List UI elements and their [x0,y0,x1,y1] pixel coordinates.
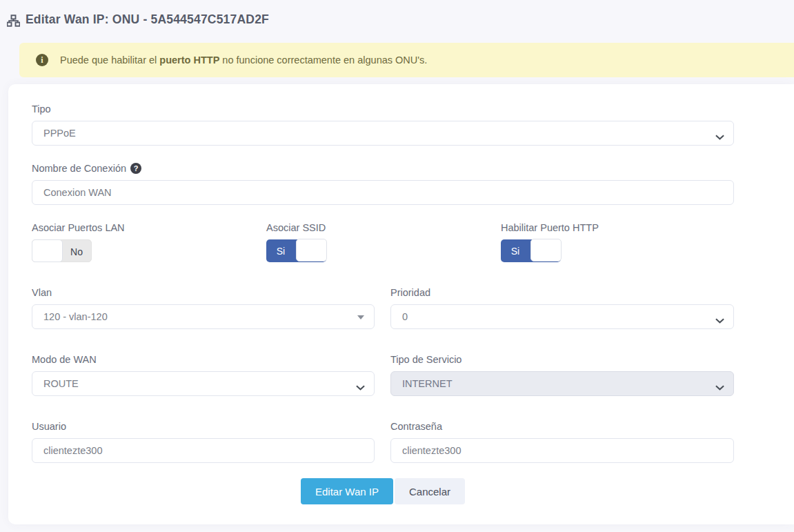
credentials-row: Usuario Contraseña [32,421,734,463]
asociar-ssid-toggle[interactable]: Si [266,239,326,262]
cancelar-button[interactable]: Cancelar [395,478,465,504]
toggle-knob [530,239,562,262]
habilitar-puerto-http-label: Habilitar Puerto HTTP [501,222,734,233]
modo-servicio-row: Modo de WAN ROUTE Tipo de Servicio INTER… [32,354,734,396]
modo-wan-select[interactable]: ROUTE [32,371,375,396]
field-modo-wan: Modo de WAN ROUTE [32,354,375,396]
edit-wan-form-card: Tipo PPPoE Nombre de Conexión ? Asociar … [8,84,794,524]
prioridad-select[interactable]: 0 [390,304,734,329]
asociar-ssid-label: Asociar SSID [266,222,501,233]
chevron-down-icon [715,131,724,142]
modo-wan-label: Modo de WAN [32,354,375,365]
toggle-state-label: Si [266,239,295,262]
triangle-down-icon [357,315,364,319]
tipo-servicio-selected-value: INTERNET [402,378,453,389]
prioridad-selected-value: 0 [402,311,408,322]
tipo-select[interactable]: PPPoE [32,121,734,146]
field-asociar-puertos-lan: Asociar Puertos LAN No [32,222,266,262]
toggle-knob [296,239,327,262]
http-warning-alert: i Puede que habilitar el puerto HTTP no … [19,43,794,77]
toggles-row: Asociar Puertos LAN No Asociar SSID Si H… [32,222,734,262]
toggle-knob [32,239,63,262]
nombre-conexion-label: Nombre de Conexión [32,163,126,174]
field-vlan: Vlan 120 - vlan-120 [32,287,375,329]
chevron-down-icon [356,382,365,393]
modo-wan-selected-value: ROUTE [43,378,79,389]
contrasena-label: Contraseña [390,421,734,432]
chevron-down-icon [715,315,724,326]
nombre-conexion-input[interactable] [32,180,734,205]
prioridad-label: Prioridad [390,287,734,298]
vlan-selected-value: 120 - vlan-120 [43,311,108,322]
asociar-puertos-lan-toggle[interactable]: No [32,239,92,262]
field-asociar-ssid: Asociar SSID Si [266,222,501,262]
sitemap-icon [7,14,20,27]
field-nombre-conexion: Nombre de Conexión ? [32,163,734,205]
chevron-down-icon [715,382,724,393]
page-header: Editar Wan IP: ONU - 5A544547C517AD2F [0,0,794,30]
usuario-input[interactable] [32,438,375,463]
alert-text: Puede que habilitar el puerto HTTP no fu… [60,55,427,66]
question-circle-icon[interactable]: ? [130,163,141,174]
field-habilitar-puerto-http: Habilitar Puerto HTTP Si [501,222,734,262]
field-usuario: Usuario [32,421,375,463]
field-prioridad: Prioridad 0 [390,287,734,329]
vlan-select[interactable]: 120 - vlan-120 [32,304,375,329]
editar-wan-ip-button[interactable]: Editar Wan IP [301,478,393,504]
field-tipo-servicio: Tipo de Servicio INTERNET [390,354,734,396]
toggle-state-label: No [62,240,91,263]
info-circle-icon: i [36,54,48,66]
asociar-puertos-lan-label: Asociar Puertos LAN [32,222,266,233]
usuario-label: Usuario [32,421,375,432]
toggle-state-label: Si [501,239,530,262]
tipo-label: Tipo [32,104,734,115]
vlan-prioridad-row: Vlan 120 - vlan-120 Prioridad 0 [32,287,734,329]
page-title: Editar Wan IP: ONU - 5A544547C517AD2F [26,12,269,27]
habilitar-puerto-http-toggle[interactable]: Si [501,239,561,262]
field-tipo: Tipo PPPoE [32,104,734,146]
form-actions: Editar Wan IP Cancelar [32,478,734,504]
tipo-servicio-select: INTERNET [390,371,734,396]
tipo-servicio-label: Tipo de Servicio [390,354,734,365]
vlan-label: Vlan [32,287,375,298]
contrasena-input[interactable] [390,438,734,463]
field-contrasena: Contraseña [390,421,734,463]
tipo-selected-value: PPPoE [43,128,76,139]
